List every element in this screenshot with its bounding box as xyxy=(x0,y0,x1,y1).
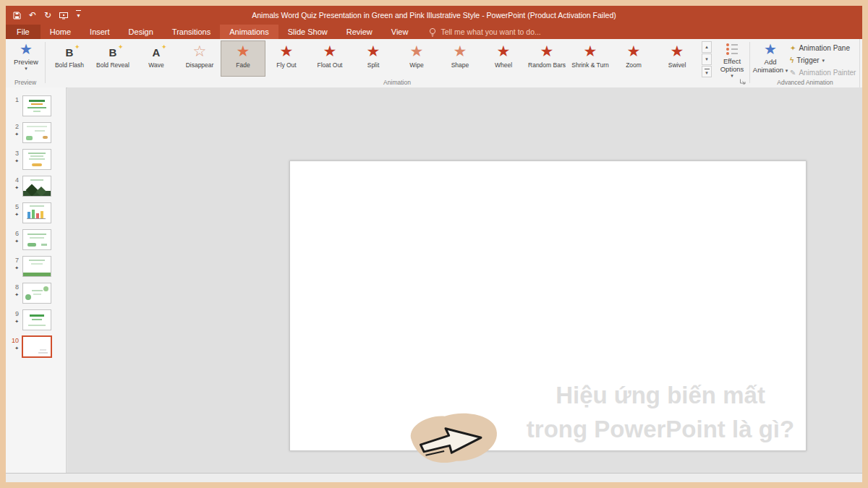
group-divider xyxy=(749,42,750,83)
gallery-more-button[interactable]: ▾ xyxy=(702,66,712,77)
animation-effect-shape[interactable]: ★ Shape xyxy=(438,41,482,76)
effect-label: Float Out xyxy=(308,62,352,69)
effect-label: Wipe xyxy=(395,62,438,69)
tab-transitions[interactable]: Transitions xyxy=(163,25,220,39)
slide-number: 9✦ xyxy=(7,310,19,325)
animation-effect-disappear[interactable]: ☆ Disappear xyxy=(178,41,221,76)
letter-effect-icon: B✦ xyxy=(91,41,135,61)
tab-design[interactable]: Design xyxy=(119,25,163,39)
lightning-icon: ϟ xyxy=(790,57,793,64)
animation-effect-swivel[interactable]: ★ Swivel xyxy=(655,41,699,76)
slide-thumbnail-5[interactable] xyxy=(23,203,51,223)
slide-row-9: 9✦ xyxy=(6,309,66,335)
animation-star-icon: ✦ xyxy=(7,265,19,272)
trigger-button[interactable]: ϟ Trigger ▾ xyxy=(790,55,825,66)
slide-thumbnail-8[interactable] xyxy=(23,283,51,303)
status-bar xyxy=(6,473,862,482)
slide-number: 7✦ xyxy=(7,257,19,272)
preview-button[interactable]: ★ Preview ▾ xyxy=(9,40,43,82)
animation-star-icon: ✦ xyxy=(7,345,19,352)
slide-thumbnail-10[interactable] xyxy=(23,337,51,356)
tab-animations[interactable]: Animations xyxy=(220,25,278,39)
effect-label: Wave xyxy=(135,62,178,69)
add-animation-star-icon: ★ xyxy=(764,40,777,58)
animation-effect-fly-out[interactable]: ★ Fly Out xyxy=(265,41,308,76)
effect-label: Wheel xyxy=(482,62,525,69)
animation-effect-split[interactable]: ★ Split xyxy=(352,41,395,76)
slide-number: 5✦ xyxy=(7,203,19,218)
clipped-ribbon-group xyxy=(859,39,862,87)
quick-access-toolbar: ↶ ↻ ▾ xyxy=(13,6,81,25)
save-button[interactable] xyxy=(13,12,21,20)
animation-dialog-launcher[interactable] xyxy=(739,78,746,86)
hand-drawn-arrow-icon xyxy=(402,405,503,469)
slide-title-text[interactable]: Hiệu ứng biến mất trong PowerPoint là gì… xyxy=(527,378,794,446)
lightbulb-icon xyxy=(429,27,436,37)
tab-insert[interactable]: Insert xyxy=(80,25,119,39)
tell-me-box[interactable]: Tell me what you want to do... xyxy=(429,25,540,39)
effect-label: Bold Flash xyxy=(48,62,91,69)
animation-effect-random-bars[interactable]: ★ Random Bars xyxy=(525,41,569,76)
animation-effect-wheel[interactable]: ★ Wheel xyxy=(482,41,525,76)
animation-effect-fade-selected[interactable]: ★ Fade xyxy=(221,41,265,76)
slide-thumbnail-4[interactable] xyxy=(23,176,51,196)
animation-pane-icon: ✦ xyxy=(790,45,796,52)
animation-effect-wave[interactable]: A✦ Wave xyxy=(135,41,178,76)
slide-thumbnail-6[interactable] xyxy=(23,230,51,249)
animation-effect-zoom[interactable]: ★ Zoom xyxy=(612,41,655,76)
dialog-launcher-icon xyxy=(739,78,746,85)
chevron-down-icon: ▾ xyxy=(822,58,825,63)
slide-thumbnail-7[interactable] xyxy=(23,257,51,276)
animation-pane-button[interactable]: ✦ Animation Pane xyxy=(790,43,850,53)
undo-button[interactable]: ↶ xyxy=(29,11,36,20)
ribbon: ★ Preview ▾ Preview B✦ Bold Flash B✦ Bol… xyxy=(6,39,862,88)
preview-label: Preview xyxy=(9,58,43,66)
redo-button[interactable]: ↻ xyxy=(44,11,51,20)
slide-number: 1 xyxy=(7,96,19,103)
tab-home[interactable]: Home xyxy=(41,25,80,39)
effect-label: Fly Out xyxy=(265,62,308,69)
brush-icon: ✎ xyxy=(790,69,796,77)
add-animation-button[interactable]: ★ Add Animation ▾ xyxy=(752,40,788,82)
gallery-scroll-down-button[interactable]: ▾ xyxy=(702,53,712,65)
animation-star-icon: ✦ xyxy=(7,184,19,192)
tab-review[interactable]: Review xyxy=(337,25,382,39)
add-animation-label-2: Animation ▾ xyxy=(752,66,788,74)
letter-effect-icon: A✦ xyxy=(135,41,178,61)
undo-icon: ↶ xyxy=(29,11,36,20)
start-slideshow-button[interactable] xyxy=(59,12,68,20)
tab-slide-show[interactable]: Slide Show xyxy=(278,25,337,39)
animation-effect-wipe[interactable]: ★ Wipe xyxy=(395,41,438,76)
effect-label: Random Bars xyxy=(525,62,569,69)
slide-thumbnail-1[interactable] xyxy=(23,96,51,116)
slide-row-1: 1 xyxy=(6,95,66,121)
star-icon: ★ xyxy=(352,41,395,61)
slide-row-7: 7✦ xyxy=(6,255,66,282)
add-animation-label-1: Add xyxy=(752,58,788,66)
slide-thumbnail-3[interactable] xyxy=(23,150,51,169)
slide-thumbnail-2[interactable] xyxy=(23,123,51,142)
animation-effect-float-out[interactable]: ★ Float Out xyxy=(308,41,352,76)
gallery-scroll-up-button[interactable]: ▴ xyxy=(702,41,712,53)
spark-star-icon: ✦ xyxy=(118,44,124,51)
chevron-down-icon: ▾ xyxy=(786,68,788,73)
animation-effect-bold-flash[interactable]: B✦ Bold Flash xyxy=(48,41,91,76)
tab-file[interactable]: File xyxy=(6,25,41,39)
slide-canvas[interactable]: Hiệu ứng biến mất trong PowerPoint là gì… xyxy=(289,160,807,451)
tab-view[interactable]: View xyxy=(382,25,418,39)
animation-painter-button[interactable]: ✎ Animation Painter xyxy=(790,67,856,78)
customize-qat-button[interactable]: ▾ xyxy=(76,10,81,20)
slide-thumbnail-9[interactable] xyxy=(23,310,51,330)
up-arrow-icon: ▴ xyxy=(705,44,708,50)
effect-options-button[interactable]: Effect Options ▾ xyxy=(716,40,748,82)
preview-star-icon: ★ xyxy=(20,40,33,58)
animation-star-icon: ✦ xyxy=(7,291,19,299)
animation-effect-bold-reveal[interactable]: B✦ Bold Reveal xyxy=(91,41,135,76)
effect-label: Bold Reveal xyxy=(91,62,135,69)
spark-star-icon: ✦ xyxy=(75,44,80,51)
chevron-down-icon: ▾ xyxy=(716,73,748,78)
slide-row-4: 4✦ xyxy=(6,175,66,202)
arrow-doodle[interactable] xyxy=(402,405,504,472)
animation-effect-shrink-turn[interactable]: ★ Shrink & Turn xyxy=(569,41,612,76)
effect-label: Swivel xyxy=(655,62,699,69)
